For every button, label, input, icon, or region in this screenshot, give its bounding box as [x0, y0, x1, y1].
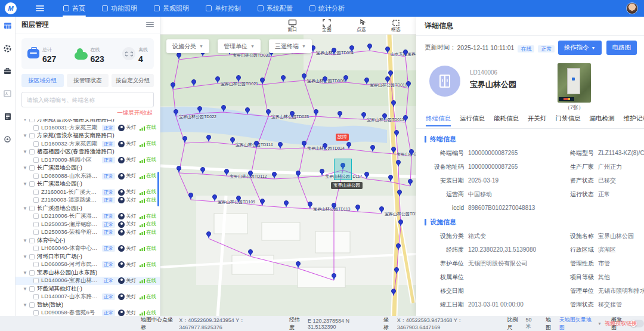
device-pin-icon[interactable]	[302, 141, 306, 146]
device-pin-icon[interactable]	[191, 79, 196, 84]
checkbox[interactable]	[29, 165, 35, 171]
tree-device-row[interactable]: LD080088-山水东路长广溪公园正常 关灯 在线	[16, 172, 160, 181]
device-pin-icon[interactable]	[367, 44, 372, 48]
video-auth-link[interactable]: 视频授权链接	[605, 320, 637, 327]
device-pin-icon[interactable]	[338, 111, 342, 116]
device-pin-icon[interactable]	[396, 160, 401, 165]
gear-icon[interactable]	[4, 44, 12, 52]
map-filter-dropdown[interactable]: 三遥终端 ▼	[269, 39, 312, 53]
device-pin-icon[interactable]	[364, 78, 369, 82]
checkbox[interactable]	[33, 125, 39, 131]
menu-collapse-icon[interactable]	[36, 5, 44, 11]
tree-device-row[interactable]: LD140007-山水东路长广溪大桥正常 关灯 在线	[16, 293, 160, 301]
detail-tab[interactable]: 门禁信息	[556, 115, 581, 126]
device-pin-icon[interactable]	[177, 52, 181, 57]
device-pin-icon[interactable]	[379, 206, 384, 211]
checkbox[interactable]	[29, 133, 35, 138]
device-pin-icon[interactable]	[361, 112, 366, 117]
terminal-search-box[interactable]	[21, 92, 154, 107]
tree-group-row[interactable]: ▼ 暂缺(暂缺)	[16, 301, 160, 310]
tree-device-row[interactable]: LD160031-方泉苑三期正常 关灯 在线	[16, 124, 160, 132]
caret-down-icon[interactable]: ▼	[23, 181, 27, 187]
device-pin-icon[interactable]	[290, 111, 295, 116]
tree-group-row[interactable]: ▼ 方泉苑(雪浪永福路安南路路口)	[16, 119, 160, 124]
checkbox[interactable]	[33, 157, 39, 163]
device-pin-icon[interactable]	[296, 261, 301, 266]
map-tool-box-select-icon[interactable]: 框选	[386, 19, 405, 32]
tree-group-row[interactable]: ▼ 栖霞栖园小区(春雪路渔港路口)	[16, 148, 160, 156]
caret-down-icon[interactable]: ▼	[23, 238, 27, 243]
map-tool-full-extent-icon[interactable]: 全图	[317, 19, 336, 32]
detail-tab[interactable]: 开关灯	[528, 115, 547, 126]
device-pin-icon[interactable]	[197, 106, 202, 111]
caret-down-icon[interactable]: ▼	[23, 133, 27, 138]
group-tab[interactable]: 按区域分组	[21, 74, 64, 87]
device-pin-icon[interactable]	[281, 75, 286, 80]
device-pin-icon[interactable]	[332, 273, 336, 278]
device-pin-icon[interactable]	[248, 171, 253, 175]
caret-down-icon[interactable]: ▼	[23, 270, 27, 276]
device-pin-icon[interactable]	[284, 200, 289, 205]
device-pin-icon[interactable]	[403, 50, 408, 54]
device-pin-icon[interactable]	[260, 78, 265, 82]
detail-tab[interactable]: 运行信息	[460, 115, 485, 126]
device-pin-icon[interactable]	[188, 193, 193, 197]
device-pin-icon[interactable]	[370, 145, 375, 150]
caret-down-icon[interactable]: ▼	[23, 165, 27, 171]
device-pin-icon[interactable]	[332, 203, 336, 208]
device-pin-icon[interactable]	[302, 73, 306, 78]
map-tool-point-select-icon[interactable]: 点选	[352, 19, 371, 32]
device-pin-icon[interactable]	[391, 100, 396, 105]
tree-group-row[interactable]: ▼ 宝界山林公园(山水东路)	[16, 269, 160, 277]
checkbox[interactable]	[29, 149, 35, 154]
device-pin-icon[interactable]	[308, 202, 312, 206]
expand-collapse-all-link[interactable]: 一键展开/收起	[117, 109, 153, 119]
checkbox[interactable]	[33, 310, 39, 315]
device-pin-icon[interactable]	[206, 231, 211, 236]
device-pin-icon[interactable]	[182, 136, 187, 141]
checkbox[interactable]	[33, 197, 39, 203]
checkbox[interactable]	[33, 190, 39, 195]
device-pin-icon[interactable]	[388, 70, 393, 75]
device-pin-icon[interactable]	[323, 76, 327, 81]
device-pin-icon[interactable]	[397, 190, 402, 194]
map-filter-dropdown[interactable]: 管理单位 ▼	[218, 39, 261, 53]
checkbox[interactable]	[29, 254, 35, 259]
caret-down-icon[interactable]: ▼	[23, 302, 27, 308]
device-pin-icon[interactable]	[230, 137, 235, 142]
nav-item[interactable]: 首页	[55, 0, 94, 17]
device-pin-icon[interactable]	[200, 167, 205, 172]
device-pin-icon[interactable]	[391, 147, 396, 151]
detail-tab[interactable]: 漏电检测	[590, 115, 615, 126]
nav-item[interactable]: 统计分析	[301, 0, 353, 17]
tree-group-row[interactable]: ▼ 长广溪湿地公园(-)	[16, 164, 160, 172]
checkbox[interactable]	[29, 206, 35, 211]
command-button[interactable]: 操作指令▼	[558, 41, 602, 55]
checkbox[interactable]	[29, 181, 35, 187]
device-pin-icon[interactable]	[408, 179, 413, 184]
checkbox[interactable]	[29, 270, 35, 276]
checkbox[interactable]	[33, 141, 39, 147]
device-pin-icon[interactable]	[382, 113, 387, 118]
device-pin-icon[interactable]	[385, 47, 390, 51]
device-pin-icon[interactable]	[221, 105, 226, 110]
briefcase-icon[interactable]	[4, 67, 12, 75]
selected-device-highlight[interactable]	[334, 159, 352, 180]
tree-device-row[interactable]: ZJ160001-长广溪大桥南璜山...正常 关灯 在线	[16, 188, 160, 197]
circuit-diagram-button[interactable]: 电路图	[606, 41, 637, 55]
tree-device-row[interactable]: LD250036-荣裕华府9号(0074)正常 关灯 在线	[16, 228, 160, 237]
device-pin-icon[interactable]	[349, 45, 354, 50]
device-pin-icon[interactable]	[406, 81, 411, 86]
device-pin-icon[interactable]	[266, 109, 271, 114]
device-pin-icon[interactable]	[320, 169, 324, 174]
detail-tab[interactable]: 终端信息	[426, 115, 451, 126]
device-pin-icon[interactable]	[177, 166, 181, 171]
tree-device-row[interactable]: LD170009-栖园小区正常 关灯 在线	[16, 156, 160, 165]
device-photo[interactable]	[558, 63, 591, 103]
device-pin-icon[interactable]	[254, 141, 259, 146]
caret-down-icon[interactable]: ▼	[23, 206, 27, 211]
tree-device-row[interactable]: LD060058-河埒市民广场正常 关灯 在线	[16, 261, 160, 269]
device-pin-icon[interactable]	[388, 175, 393, 180]
device-pin-icon[interactable]	[215, 76, 220, 81]
device-pin-icon[interactable]	[409, 149, 414, 154]
